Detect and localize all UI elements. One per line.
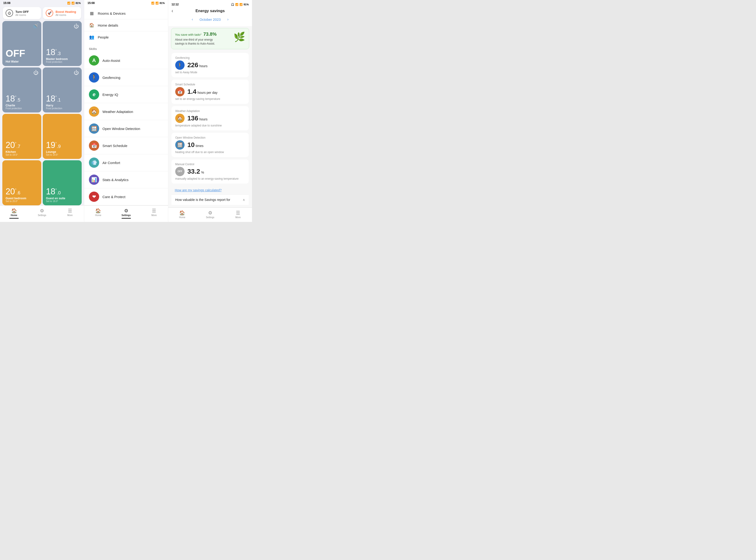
- harry-temp-dec: .1: [57, 97, 61, 102]
- skill-auto-assist[interactable]: A Auto-Assist: [84, 52, 168, 69]
- nav-more[interactable]: ☰ More: [56, 207, 84, 220]
- manual-control-stat-icon: OFF: [175, 167, 184, 176]
- open-window-desc: heating shut off due to an open window: [175, 151, 245, 154]
- weather-stat-header: Weather Adaptation: [175, 109, 245, 113]
- guest-bedroom-name: Guest bedroom: [6, 197, 38, 200]
- room-tile-hot-water[interactable]: 🚿 OFF Hot Water: [2, 21, 41, 66]
- nav3-more-label: More: [235, 216, 241, 219]
- stat-weather: Weather Adaptation 🏠 136 hours temperatu…: [172, 106, 249, 131]
- headphone-icon: 🎧: [231, 3, 234, 6]
- battery-icon2: 81%: [160, 2, 165, 4]
- energy-iq-label: Energy IQ: [102, 93, 118, 97]
- auto-assist-label: Auto-Assist: [102, 59, 120, 62]
- kitchen-temp: 20°.7: [6, 141, 38, 149]
- stat-geofencing: Geofencing 🚶 226 hours set to Away Mode: [172, 53, 249, 77]
- nav-indicator: [9, 218, 19, 219]
- phone2-status-icons: 📶 📶 81%: [151, 2, 165, 5]
- manual-control-value: 33.2: [187, 168, 200, 175]
- nav2-settings[interactable]: ⚙ Settings: [112, 207, 140, 220]
- more-nav2-icon: ☰: [152, 208, 156, 214]
- guest-ensuite-temp: 18°.0: [46, 187, 78, 196]
- accordion-row[interactable]: How valuable is the Savings report for ∧: [172, 194, 249, 205]
- lounge-name: Lounge: [46, 150, 78, 154]
- turn-off-text: Turn OFF All rooms: [15, 10, 29, 16]
- rooms-icon: ▦: [89, 11, 95, 16]
- turn-off-label: Turn OFF: [15, 10, 29, 14]
- guest-bedroom-sub: Set to 20.0°: [6, 200, 38, 202]
- savings-link[interactable]: How are my savings calculated?: [172, 186, 249, 194]
- harry-temp-main: 18: [46, 94, 55, 103]
- nav-home[interactable]: 🏠 Home: [0, 207, 28, 220]
- home-details-icon: 🏠: [89, 23, 95, 28]
- prev-month-button[interactable]: ‹: [190, 17, 195, 22]
- master-sub: Frost protection: [46, 61, 78, 63]
- phone2-time: 15:08: [87, 1, 95, 5]
- open-window-stat-icon: 🪟: [175, 140, 184, 149]
- room-tile-charlie[interactable]: ⏻ 18°.5 Charlie Frost protection: [2, 67, 41, 113]
- room-tile-harry[interactable]: ⏻ 18°.1 Harry Frost protection: [43, 67, 82, 113]
- signal-icon: 📶: [72, 2, 75, 5]
- room-tile-guest-bedroom[interactable]: 20°.6 Guest bedroom Set to 20.0°: [2, 160, 41, 205]
- boost-button[interactable]: 🚀 Boost Heating All rooms: [43, 7, 81, 19]
- people-label: People: [98, 35, 109, 39]
- skill-air-comfort[interactable]: 💨 Air Comfort: [84, 154, 168, 171]
- charlie-temp: 18°.5: [6, 95, 38, 103]
- power-icon-charlie: ⏻: [33, 70, 39, 76]
- smart-schedule-value: 1.4: [187, 88, 197, 95]
- power-icon-harry: ⏻: [74, 70, 79, 76]
- boost-icon: 🚀: [46, 9, 53, 17]
- harry-sub: Frost protection: [46, 107, 78, 110]
- room-tile-master[interactable]: ⏻ 18°.3 Master bedroom Frost protection: [43, 21, 82, 66]
- geofencing-label: Geofencing: [102, 76, 120, 80]
- skill-care-protect[interactable]: ❤ Care & Protect: [84, 188, 168, 205]
- phone2-bottom-nav: 🏠 Home ⚙ Settings ☰ More: [84, 205, 168, 222]
- nav3-more[interactable]: ☰ More: [224, 209, 252, 220]
- skill-open-window[interactable]: 🪟 Open Window Detection: [84, 120, 168, 137]
- smart-schedule-stat-icon: 📅: [175, 87, 184, 96]
- weather-adaptation-label: Weather Adaptation: [102, 110, 133, 114]
- boost-label: Boost Heating: [56, 10, 76, 14]
- kitchen-temp-dec: .7: [16, 144, 20, 149]
- boost-text: Boost Heating All rooms: [56, 10, 76, 16]
- room-tile-kitchen[interactable]: 20°.7 Kitchen Set to 19.5°: [2, 114, 41, 159]
- phone2-statusbar: 15:08 📶 📶 81%: [84, 0, 168, 6]
- menu-people[interactable]: 👥 People: [84, 31, 168, 43]
- menu-home-details[interactable]: 🏠 Home details: [84, 19, 168, 31]
- nav3-settings[interactable]: ⚙ Settings: [196, 209, 224, 220]
- lounge-temp-main: 19: [46, 140, 55, 150]
- menu-rooms-devices[interactable]: ▦ Rooms & Devices: [84, 7, 168, 19]
- nav2-home[interactable]: 🏠 Home: [84, 207, 112, 220]
- signal-icon3: 📶: [239, 3, 243, 6]
- battery-icon3: 91%: [244, 3, 249, 6]
- nav-settings[interactable]: ⚙ Settings: [28, 207, 56, 220]
- back-button[interactable]: ‹: [172, 8, 179, 14]
- wifi-icon2: 📶: [151, 2, 155, 5]
- weather-value-group: 136 hours: [187, 115, 207, 122]
- geofencing-unit: hours: [199, 64, 207, 68]
- signal-icon2: 📶: [155, 2, 159, 5]
- skill-stats-analytics[interactable]: 📊 Stats & Analytics: [84, 171, 168, 188]
- room-tile-guest-ensuite[interactable]: 18°.0 Guest en suite Set to 18.0°: [43, 160, 82, 205]
- geofencing-value: 226: [187, 61, 198, 68]
- room-tile-lounge[interactable]: 19°.9 Lounge Set to 19.5°: [43, 114, 82, 159]
- charlie-sub: Frost protection: [6, 107, 38, 110]
- month-label: October 2023: [199, 18, 221, 21]
- skill-energy-iq[interactable]: e Energy IQ: [84, 86, 168, 103]
- wifi-icon: 📶: [67, 2, 71, 5]
- energy-title: Energy savings: [179, 8, 242, 13]
- phone1-time: 15:08: [3, 1, 11, 5]
- more-nav-icon: ☰: [68, 208, 72, 214]
- wifi-icon3: 📶: [235, 3, 238, 6]
- nav2-more[interactable]: ☰ More: [140, 207, 168, 220]
- master-temp-main: 18: [46, 47, 55, 57]
- harry-name: Harry: [46, 104, 78, 107]
- home-nav3-icon: 🏠: [179, 210, 185, 216]
- skill-weather-adaptation[interactable]: 🏠 Weather Adaptation: [84, 103, 168, 120]
- turn-off-button[interactable]: ⏻ Turn OFF All rooms: [3, 7, 41, 19]
- manual-control-stat-header: Manual Control: [175, 163, 245, 166]
- next-month-button[interactable]: ›: [225, 17, 230, 22]
- skill-smart-schedule[interactable]: 📅 Smart Schedule: [84, 137, 168, 154]
- nav3-home[interactable]: 🏠 Home: [168, 209, 196, 220]
- accordion-arrow-icon: ∧: [243, 198, 245, 202]
- skill-geofencing[interactable]: 🚶 Geofencing: [84, 69, 168, 86]
